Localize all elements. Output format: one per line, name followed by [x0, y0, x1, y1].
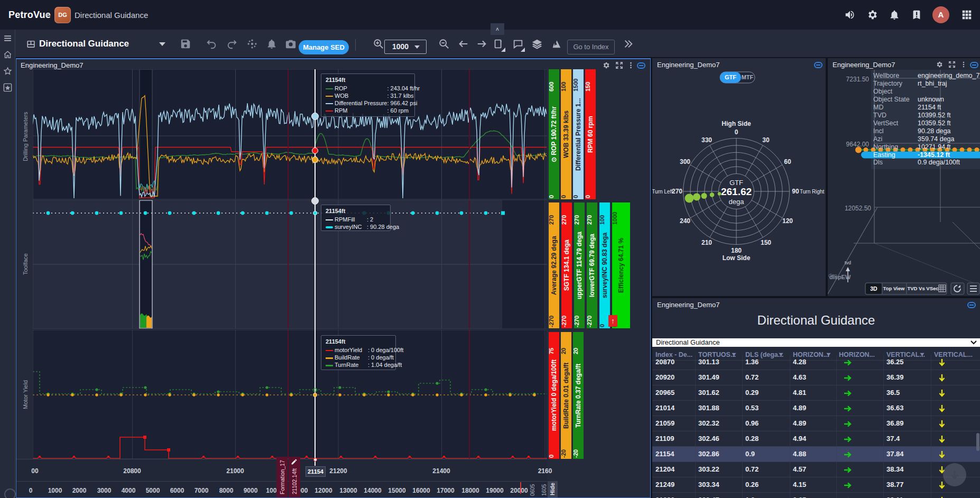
svg-text:0.9 dega/100ft: 0.9 dega/100ft	[918, 159, 960, 166]
svg-text:60: 60	[784, 158, 791, 165]
svg-text:unknown: unknown	[918, 96, 944, 103]
svg-text:High Side: High Side	[722, 120, 751, 127]
svg-text:rt_bhi_traj: rt_bhi_traj	[918, 80, 947, 87]
svg-text:12052.50: 12052.50	[845, 205, 871, 212]
svg-text:GTF: GTF	[729, 179, 743, 187]
svg-text:330: 330	[701, 136, 712, 144]
svg-text:240: 240	[680, 217, 690, 225]
svg-text:TVD: TVD	[873, 112, 886, 119]
svg-text:tvd: tvd	[845, 260, 851, 265]
svg-text:261.62: 261.62	[721, 186, 752, 197]
svg-text:150: 150	[761, 239, 771, 246]
svg-text:TVD Vs VSec: TVD Vs VSec	[907, 285, 938, 291]
svg-text:Incl: Incl	[873, 127, 883, 135]
svg-text:3D: 3D	[870, 285, 877, 292]
svg-text:Turn Right: Turn Right	[800, 189, 825, 195]
svg-text:0: 0	[735, 128, 738, 136]
svg-text:Trajectory: Trajectory	[873, 80, 903, 87]
svg-text:MD: MD	[873, 104, 883, 111]
svg-text:180: 180	[731, 247, 742, 254]
svg-text:10271.94 ft: 10271.94 ft	[918, 143, 951, 151]
svg-text:Object: Object	[873, 88, 893, 95]
svg-text:90: 90	[792, 188, 799, 195]
svg-text:MTF: MTF	[742, 74, 754, 80]
svg-text:30: 30	[762, 136, 770, 144]
svg-text:Low Side: Low Side	[723, 254, 751, 262]
svg-text:90.28 dega: 90.28 dega	[918, 127, 951, 135]
svg-text:engineering_demo_7: engineering_demo_7	[918, 72, 980, 79]
svg-text:7231.50: 7231.50	[846, 76, 870, 83]
svg-text:210: 210	[701, 239, 712, 246]
svg-text:Wellbore: Wellbore	[873, 72, 899, 79]
svg-text:Turn Left: Turn Left	[652, 189, 673, 195]
svg-text:21154 ft: 21154 ft	[918, 104, 941, 111]
svg-text:Top View: Top View	[883, 285, 905, 291]
svg-text:VertSect: VertSect	[873, 119, 899, 127]
svg-text:120: 120	[782, 217, 793, 225]
svg-text:Azi: Azi	[873, 135, 882, 143]
svg-text:dega: dega	[729, 198, 745, 206]
svg-text:10359.52 ft: 10359.52 ft	[918, 119, 951, 127]
svg-text:Easting: Easting	[873, 151, 895, 159]
svg-text:270: 270	[672, 188, 682, 195]
svg-text:10399.52 ft: 10399.52 ft	[918, 112, 951, 119]
svg-text:359.74 dega: 359.74 dega	[918, 135, 955, 143]
svg-text:Dls: Dls	[873, 159, 883, 166]
svg-text:300: 300	[680, 158, 690, 165]
svg-text:disp: disp	[828, 273, 837, 278]
svg-text:Object State: Object State	[873, 96, 910, 103]
svg-text:GTF: GTF	[725, 74, 736, 80]
svg-text:Northing: Northing	[873, 143, 898, 151]
svg-text:-1345.12 ft: -1345.12 ft	[918, 151, 950, 159]
